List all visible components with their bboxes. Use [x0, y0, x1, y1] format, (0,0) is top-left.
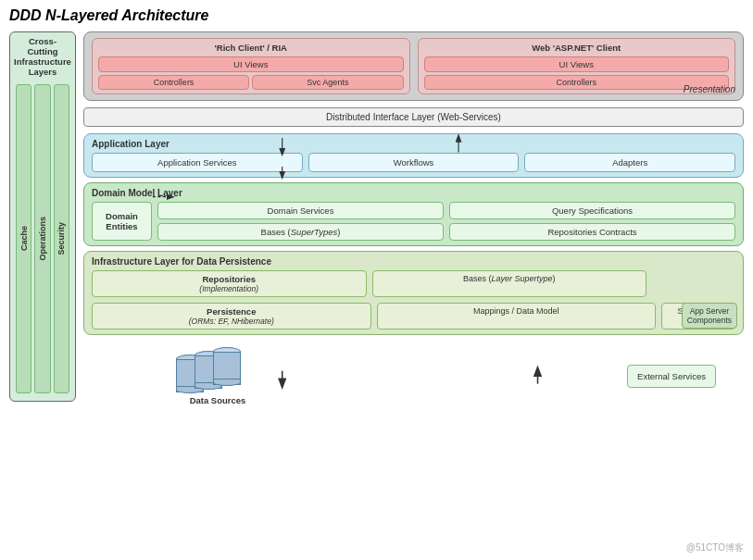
domain-model-layer: Domain Model Layer DomainEntities Domain… [83, 182, 744, 246]
application-services-box: Application Services [92, 153, 303, 172]
distributed-interface-layer: Distributed Interface Layer (Web-Service… [83, 107, 744, 127]
cross-cutting-label: Cross-Cutting Infrastructure Layers [14, 36, 71, 77]
presentation-label: Presentation [684, 84, 735, 94]
web-client-title: Web 'ASP.NET' Client [424, 43, 730, 53]
rich-client-controllers: Controllers [98, 75, 249, 90]
rich-client-ui-views: UI Views [98, 56, 404, 72]
external-services-box: External Services [627, 365, 716, 388]
query-specs-box: Query Specifications [449, 202, 735, 219]
infrastructure-layer-title: Infrastructure Layer for Data Persistenc… [92, 256, 735, 267]
domain-entities-box: DomainEntities [92, 202, 152, 241]
repositories-box: Repositories (Implementation) [92, 270, 367, 297]
application-layer: Application Layer Application Services W… [83, 133, 744, 178]
domain-services-box: Domain Services [157, 202, 444, 219]
web-client-ui-views: UI Views [424, 56, 730, 72]
watermark: @51CTO博客 [686, 541, 744, 554]
repositories-contracts-box: Repositories Contracts [449, 223, 735, 241]
workflows-box: Workflows [308, 153, 520, 172]
rich-client-box: 'Rich Client' / RIA UI Views Controllers… [92, 38, 410, 94]
rich-client-svc-agents: Svc Agents [252, 75, 403, 90]
presentation-layer: 'Rich Client' / RIA UI Views Controllers… [83, 31, 744, 101]
mappings-box: Mappings / Data Model [377, 303, 657, 330]
operations-bar: Operations [34, 84, 50, 393]
data-sources-label: Data Sources [190, 395, 246, 405]
main-architecture: 'Rich Client' / RIA UI Views Controllers… [83, 31, 744, 405]
application-layer-title: Application Layer [92, 139, 735, 149]
data-sources-container: Data Sources [176, 347, 259, 405]
persistence-box: Persistence (ORMs: EF, NHibernate) [92, 303, 371, 330]
security-bar: Security [54, 84, 69, 393]
cross-cutting-panel: Cross-Cutting Infrastructure Layers Cach… [9, 31, 76, 405]
domain-layer-title: Domain Model Layer [92, 188, 735, 198]
bases-supertypes-box: Bases (SuperTypes) [157, 223, 444, 241]
rich-client-title: 'Rich Client' / RIA [98, 43, 404, 53]
infrastructure-layer: Infrastructure Layer for Data Persistenc… [83, 251, 744, 335]
bases-layer-supertype-box: Bases (Layer Supertype) [372, 270, 647, 297]
cache-bar: Cache [16, 84, 31, 393]
adapters-box: Adapters [524, 153, 735, 172]
page-title: DDD N-Layered Architecture [9, 7, 744, 24]
app-server-badge: App ServerComponents [682, 303, 737, 329]
external-services-container: External Services [627, 365, 716, 388]
